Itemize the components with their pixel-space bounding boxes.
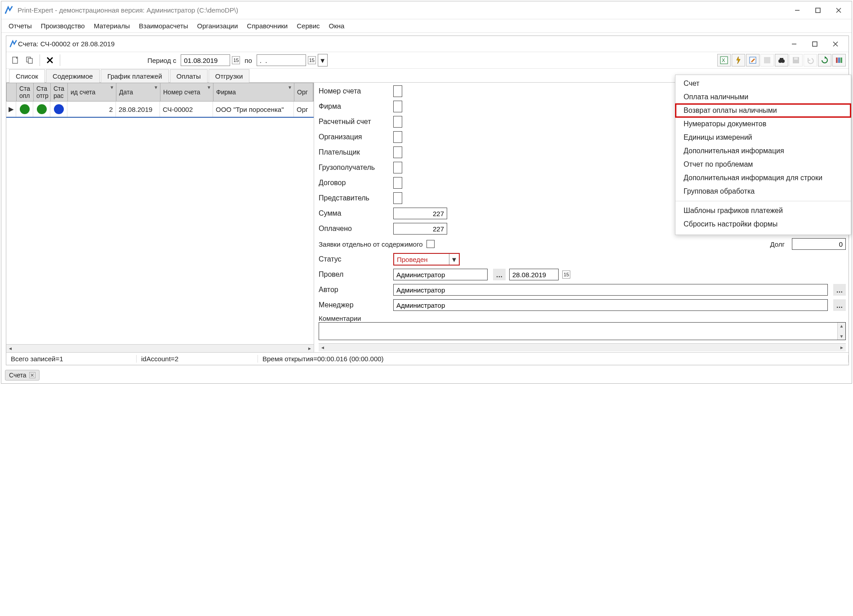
menu-reports[interactable]: Отчеты bbox=[9, 22, 32, 30]
approved-date-field[interactable] bbox=[509, 269, 559, 280]
maximize-button[interactable] bbox=[808, 4, 828, 17]
col-id-account[interactable]: ид счета▼ bbox=[68, 83, 116, 101]
cm-numerators[interactable]: Нумераторы документов bbox=[675, 117, 851, 131]
calendar-to-icon[interactable]: 15 bbox=[308, 56, 316, 64]
mdi-tab-close-icon[interactable]: ✕ bbox=[29, 372, 36, 378]
copy-button[interactable] bbox=[23, 54, 36, 66]
col-status-ship[interactable]: Ста отгр bbox=[34, 83, 51, 101]
firm-field[interactable] bbox=[393, 101, 402, 112]
tab-contents[interactable]: Содержимое bbox=[46, 69, 100, 83]
organization-field[interactable] bbox=[393, 131, 402, 143]
manager-label: Менеджер bbox=[319, 301, 390, 309]
period-from-label: Период с bbox=[145, 57, 179, 64]
mdi-tab-invoices[interactable]: Счета ✕ bbox=[5, 370, 40, 381]
app-window: Print-Expert - демонстрационная версия: … bbox=[1, 1, 852, 384]
contract-label: Договор bbox=[319, 179, 390, 187]
col-org[interactable]: Орг bbox=[294, 83, 313, 101]
col-number[interactable]: Номер счета▼ bbox=[160, 83, 213, 101]
col-status-calc[interactable]: Ста рас bbox=[51, 83, 68, 101]
period-from-input[interactable] bbox=[181, 54, 230, 66]
manager-field[interactable] bbox=[393, 299, 828, 311]
child-maximize-button[interactable] bbox=[804, 37, 825, 51]
cm-cash-refund[interactable]: Возврат оплаты наличными bbox=[675, 104, 851, 117]
row-marker-icon: ▶ bbox=[6, 102, 16, 117]
menu-settlements[interactable]: Взаиморасчеты bbox=[139, 22, 188, 30]
period-to-input[interactable] bbox=[257, 54, 306, 66]
menu-windows[interactable]: Окна bbox=[329, 22, 345, 30]
date-cell: 28.08.2019 bbox=[116, 102, 160, 117]
refresh-icon[interactable] bbox=[818, 54, 831, 66]
cm-cash-payment[interactable]: Оплата наличными bbox=[675, 90, 851, 104]
menu-service[interactable]: Сервис bbox=[297, 22, 320, 30]
menu-production[interactable]: Производство bbox=[41, 22, 85, 30]
svg-rect-5 bbox=[813, 42, 817, 46]
approved-by-browse-button[interactable]: … bbox=[493, 269, 506, 280]
status-dot-green-icon bbox=[20, 104, 30, 114]
cm-additional-info[interactable]: Дополнительная информация bbox=[675, 144, 851, 158]
col-firm[interactable]: Фирма▼ bbox=[213, 83, 294, 101]
representative-field[interactable] bbox=[393, 192, 402, 204]
status-label: Статус bbox=[319, 255, 390, 263]
contract-field[interactable] bbox=[393, 177, 402, 189]
cm-reset-form[interactable]: Сбросить настройки формы bbox=[675, 217, 851, 231]
table-row[interactable]: ▶ 2 28.08.2019 СЧ-00002 ООО "Три поросен… bbox=[6, 102, 314, 118]
comments-textarea[interactable]: ▲▼ bbox=[319, 322, 846, 340]
edit-icon[interactable] bbox=[746, 54, 760, 66]
debt-field[interactable] bbox=[792, 238, 846, 250]
menu-materials[interactable]: Материалы bbox=[94, 22, 130, 30]
cm-additional-row-info[interactable]: Дополнительная информация для строки bbox=[675, 171, 851, 185]
excel-export-icon[interactable]: X bbox=[717, 54, 731, 66]
status-select[interactable]: Проведен ▼ bbox=[393, 253, 460, 266]
requests-apart-checkbox[interactable] bbox=[426, 240, 435, 248]
calendar-approved-icon[interactable]: 15 bbox=[562, 270, 570, 279]
cm-schedule-templates[interactable]: Шаблоны графиков платежей bbox=[675, 204, 851, 217]
manager-browse-button[interactable]: … bbox=[833, 299, 846, 311]
bank-account-field[interactable] bbox=[393, 116, 402, 128]
paid-field[interactable] bbox=[393, 223, 447, 235]
firm-cell: ООО "Три поросенка" bbox=[213, 102, 294, 117]
minimize-button[interactable] bbox=[787, 4, 808, 17]
svg-rect-16 bbox=[764, 57, 770, 63]
period-to-label: по bbox=[242, 57, 254, 64]
delete-button[interactable] bbox=[44, 54, 56, 66]
close-button[interactable] bbox=[828, 4, 849, 17]
col-marker[interactable] bbox=[7, 83, 17, 101]
grid-pane: Ста опл Ста отгр Ста рас ид счета▼ Дата▼… bbox=[6, 83, 314, 352]
debt-label: Долг bbox=[438, 240, 788, 248]
number-cell: СЧ-00002 bbox=[160, 102, 213, 117]
app-logo-icon bbox=[4, 5, 14, 15]
tab-payments[interactable]: Оплаты bbox=[170, 69, 208, 83]
cm-units[interactable]: Единицы измерений bbox=[675, 131, 851, 144]
comments-scrollbar[interactable]: ▲▼ bbox=[837, 323, 845, 340]
calendar-from-icon[interactable]: 15 bbox=[232, 56, 240, 64]
col-date[interactable]: Дата▼ bbox=[116, 83, 160, 101]
consignee-field[interactable] bbox=[393, 162, 402, 173]
child-close-button[interactable] bbox=[825, 37, 846, 51]
books-icon[interactable] bbox=[832, 54, 846, 66]
author-field[interactable] bbox=[393, 284, 828, 296]
col-status-pay[interactable]: Ста опл bbox=[17, 83, 34, 101]
tab-list[interactable]: Список bbox=[9, 69, 45, 83]
period-dropdown-button[interactable]: ▼ bbox=[318, 54, 328, 66]
account-no-field[interactable] bbox=[393, 85, 402, 97]
approved-by-field[interactable] bbox=[393, 269, 488, 280]
sum-field[interactable] bbox=[393, 208, 447, 219]
details-horizontal-scrollbar[interactable] bbox=[319, 343, 846, 351]
cm-problem-report[interactable]: Отчет по проблемам bbox=[675, 158, 851, 171]
tab-shipments[interactable]: Отгрузки bbox=[209, 69, 250, 83]
cm-invoice[interactable]: Счет bbox=[675, 77, 851, 90]
cm-batch-processing[interactable]: Групповая обработка bbox=[675, 185, 851, 198]
child-minimize-button[interactable] bbox=[784, 37, 804, 51]
action-lightning-icon[interactable] bbox=[732, 54, 745, 66]
save-disabled-icon bbox=[789, 54, 803, 66]
author-browse-button[interactable]: … bbox=[833, 284, 846, 296]
tab-schedule[interactable]: График платежей bbox=[101, 69, 169, 83]
toolbar-separator-2 bbox=[60, 54, 60, 66]
grid-horizontal-scrollbar[interactable] bbox=[6, 344, 314, 352]
binoculars-icon[interactable] bbox=[775, 54, 788, 66]
cm-separator bbox=[675, 201, 851, 201]
menu-references[interactable]: Справочники bbox=[247, 22, 288, 30]
payer-field[interactable] bbox=[393, 146, 402, 158]
menu-organizations[interactable]: Организации bbox=[197, 22, 238, 30]
new-button[interactable] bbox=[9, 54, 22, 66]
